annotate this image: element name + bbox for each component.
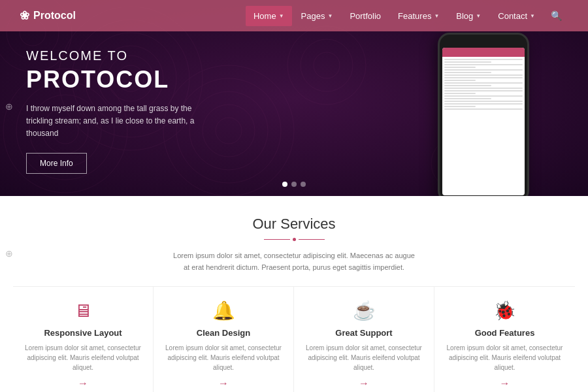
services-side-icon[interactable]: ⊕ bbox=[5, 248, 13, 259]
carousel-dots bbox=[282, 182, 306, 187]
hero-cta-button[interactable]: More Info bbox=[26, 153, 87, 174]
accessibility-icon[interactable]: ⊕ bbox=[5, 101, 13, 112]
nav-arrow-blog: ▼ bbox=[476, 13, 481, 19]
service-card-features: 🐞 Good Features Lorem ipsum dolor sit am… bbox=[434, 287, 575, 392]
divider-line-left bbox=[264, 239, 290, 240]
carousel-dot-1[interactable] bbox=[282, 182, 287, 187]
service-link-design[interactable]: → bbox=[218, 378, 229, 389]
service-desc-support: Lorem ipsum dolor sit amet, consectetur … bbox=[304, 343, 424, 372]
service-card-support: ☕ Great Support Lorem ipsum dolor sit am… bbox=[294, 287, 434, 392]
carousel-dot-2[interactable] bbox=[291, 182, 297, 187]
hero-title-large: PROTOCOL bbox=[26, 66, 209, 93]
service-link-responsive[interactable]: → bbox=[78, 378, 88, 389]
services-grid: 🖥 Responsive Layout Lorem ipsum dolor si… bbox=[13, 286, 575, 392]
nav-arrow-home: ▼ bbox=[279, 13, 284, 19]
bell-icon: 🔔 bbox=[163, 300, 284, 321]
nav-arrow-pages: ▼ bbox=[327, 13, 333, 19]
service-link-support[interactable]: → bbox=[359, 378, 369, 389]
divider-line-right bbox=[299, 239, 325, 240]
monitor-icon: 🖥 bbox=[23, 300, 143, 321]
service-desc-features: Lorem ipsum dolor sit amet, consectetur … bbox=[444, 343, 565, 372]
nav-item-features[interactable]: Features ▼ bbox=[390, 6, 447, 26]
hero-content: Welcome to PROTOCOL I throw myself down … bbox=[0, 9, 235, 188]
hero-description: I throw myself down among the tall grass… bbox=[26, 103, 209, 140]
services-description: Lorem ipsum dolor sit amet, consectetur … bbox=[170, 250, 418, 273]
nav-item-blog[interactable]: Blog ▼ bbox=[448, 6, 489, 26]
nav-item-pages[interactable]: Pages ▼ bbox=[293, 6, 341, 26]
service-desc-design: Lorem ipsum dolor sit amet, consectetur … bbox=[163, 343, 284, 372]
nav-arrow-features: ▼ bbox=[434, 13, 439, 19]
svg-point-16 bbox=[314, 52, 340, 78]
brand-icon: ❀ bbox=[20, 8, 29, 23]
phone-mockup bbox=[379, 7, 549, 196]
nav-item-portfolio[interactable]: Portfolio bbox=[342, 6, 389, 26]
service-name-responsive: Responsive Layout bbox=[23, 328, 143, 338]
search-icon[interactable]: 🔍 bbox=[544, 5, 568, 26]
nav-links: Home ▼ Pages ▼ Portfolio Features ▼ Blog… bbox=[246, 5, 568, 26]
carousel-dot-3[interactable] bbox=[301, 182, 306, 187]
coffee-icon: ☕ bbox=[304, 300, 424, 321]
svg-point-18 bbox=[287, 26, 366, 105]
svg-point-17 bbox=[301, 39, 353, 91]
navbar: ❀ Protocol Home ▼ Pages ▼ Portfolio Feat… bbox=[0, 0, 588, 31]
service-link-features[interactable]: → bbox=[500, 378, 510, 389]
services-divider bbox=[13, 238, 575, 241]
nav-item-contact[interactable]: Contact ▼ bbox=[490, 6, 543, 26]
service-name-design: Clean Design bbox=[163, 328, 284, 338]
services-section: ⊕ Our Services Lorem ipsum dolor sit ame… bbox=[0, 196, 588, 392]
nav-item-home[interactable]: Home ▼ bbox=[246, 6, 292, 26]
bug-icon: 🐞 bbox=[444, 300, 565, 321]
divider-dot bbox=[293, 238, 296, 241]
brand-name: Protocol bbox=[33, 10, 76, 22]
service-desc-responsive: Lorem ipsum dolor sit amet, consectetur … bbox=[23, 343, 143, 372]
phone-outer bbox=[438, 33, 529, 196]
service-card-responsive: 🖥 Responsive Layout Lorem ipsum dolor si… bbox=[13, 287, 154, 392]
hero-title-small: Welcome to bbox=[26, 48, 209, 63]
service-name-features: Good Features bbox=[444, 328, 565, 338]
service-card-design: 🔔 Clean Design Lorem ipsum dolor sit ame… bbox=[154, 287, 294, 392]
service-name-support: Great Support bbox=[304, 328, 424, 338]
nav-arrow-contact: ▼ bbox=[530, 13, 535, 19]
brand: ❀ Protocol bbox=[20, 8, 246, 23]
services-title: Our Services bbox=[13, 216, 575, 233]
phone-screen bbox=[442, 48, 525, 195]
